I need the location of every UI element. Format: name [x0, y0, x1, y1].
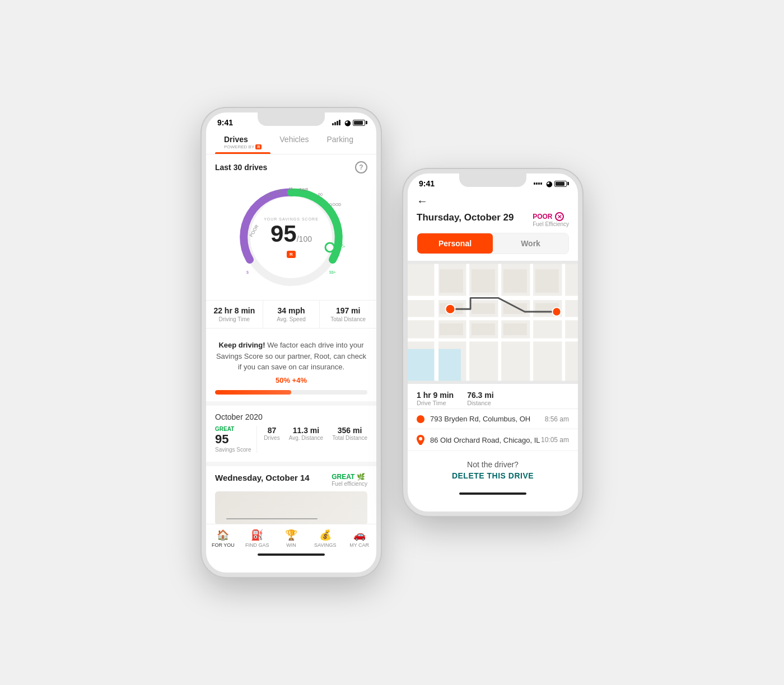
not-driver-text: Not the driver?	[417, 460, 569, 469]
efficiency-sub: Fuel Efficiency	[533, 221, 569, 227]
monthly-total-distance-label: Total Distance	[332, 435, 367, 441]
stat-avg-speed-label: Avg. Speed	[265, 316, 318, 322]
phone2-power-button[interactable]	[581, 229, 582, 261]
route-item-end: 86 Old Orchard Road, Chicago, IL 10:05 a…	[408, 429, 578, 451]
svg-rect-28	[503, 303, 527, 314]
svg-rect-27	[472, 303, 495, 314]
home-indicator	[258, 553, 325, 556]
status-time: 9:41	[217, 118, 233, 127]
tab-drives[interactable]: Drives POWERED BY R	[215, 129, 270, 154]
detail-drive-time-value: 1 hr 9 min	[417, 391, 454, 400]
tab-parking[interactable]: Parking	[318, 129, 362, 154]
progress-bar-fill	[215, 390, 291, 395]
progress-label: 50% +4%	[215, 375, 367, 386]
volume-up-button[interactable]	[202, 157, 203, 175]
svg-text:40: 40	[277, 189, 282, 193]
stat-driving-time-value: 22 hr 8 min	[208, 306, 260, 315]
stat-avg-speed: 34 mph Avg. Speed	[263, 301, 320, 328]
drive-efficiency: GREAT 🌿 Fuel efficiency	[332, 473, 367, 487]
detail-date: Thursday, October 29	[417, 212, 514, 223]
nav-win[interactable]: 🏆 WIN	[274, 529, 309, 548]
toggle-work[interactable]: Work	[493, 233, 568, 254]
route-start-icon	[417, 415, 424, 423]
monthly-drives: 87 Drives	[264, 426, 279, 453]
efficiency-badge-text: GREAT	[332, 473, 354, 481]
home-icon: 🏠	[217, 529, 229, 541]
keep-driving-bold: Keep driving!	[218, 341, 265, 349]
drive-map-preview	[215, 491, 367, 524]
gauge-score: 95	[270, 222, 297, 246]
drive-date: Wednesday, October 14	[215, 473, 310, 482]
nav-savings[interactable]: 💰 SAVINGS	[308, 529, 342, 548]
phone2-status-time: 9:41	[419, 179, 435, 188]
svg-point-1	[325, 243, 334, 252]
drive-detail-header: Thursday, October 29 POOR ✕ Fuel Efficie…	[408, 210, 578, 233]
stats-row: 22 hr 8 min Driving Time 34 mph Avg. Spe…	[206, 300, 376, 329]
svg-text:GOOD: GOOD	[329, 203, 341, 207]
phone-2: 9:41 ◕ ← Thursday, October 29	[403, 169, 582, 516]
route-end-pin-icon	[417, 435, 424, 445]
phone2-content: ← Thursday, October 29 POOR ✕ Fuel Effic…	[408, 190, 578, 489]
monthly-title: October 2020	[215, 412, 367, 421]
battery-icon	[353, 120, 365, 126]
svg-rect-30	[440, 323, 463, 335]
delete-drive-button[interactable]: DELETE THIS DRIVE	[417, 471, 569, 480]
monthly-score-badge: GREAT	[215, 426, 252, 432]
nav-my-car[interactable]: 🚗 MY CAR	[342, 529, 376, 548]
monthly-stats-row: 87 Drives 11.3 mi Avg. Distance 356 mi T…	[256, 426, 367, 453]
svg-text:45: 45	[288, 187, 293, 191]
progress-bar	[215, 390, 367, 395]
personal-work-toggle: Personal Work	[417, 233, 569, 254]
monthly-drives-label: Drives	[264, 435, 279, 441]
svg-text:60: 60	[318, 193, 323, 196]
phone2-home-indicator	[459, 492, 526, 495]
monthly-total-distance: 356 mi Total Distance	[332, 426, 367, 453]
svg-text:$: $	[246, 270, 249, 274]
nav-find-gas[interactable]: ⛽ FIND GAS	[240, 529, 274, 548]
bottom-nav: 🏠 FOR YOU ⛽ FIND GAS 🏆 WIN 💰 SAVINGS 🚗 M…	[206, 524, 376, 550]
back-button[interactable]: ←	[417, 195, 428, 208]
nav-for-you[interactable]: 🏠 FOR YOU	[206, 529, 240, 548]
trophy-icon: 🏆	[285, 529, 297, 541]
efficiency-label: Fuel efficiency	[332, 481, 367, 487]
stat-total-distance-value: 197 mi	[322, 306, 374, 315]
gauge-center: YOUR SAVINGS SCORE 95 /100 R	[264, 217, 319, 258]
poor-badge: POOR ✕	[533, 212, 569, 221]
detail-distance: 76.3 mi Distance	[467, 391, 493, 406]
phone2-volume-up-button[interactable]	[403, 218, 404, 236]
monthly-avg-distance-value: 11.3 mi	[289, 426, 324, 435]
svg-rect-31	[472, 323, 495, 335]
monthly-stats: GREAT 95 Savings Score 87 Drives 11.3 mi…	[215, 426, 367, 453]
monthly-avg-distance: 11.3 mi Avg. Distance	[289, 426, 324, 453]
phone2-status-icons: ◕	[534, 180, 567, 188]
stat-total-distance-label: Total Distance	[322, 316, 374, 322]
tab-vehicles[interactable]: Vehicles	[270, 129, 318, 154]
nav-my-car-label: MY CAR	[349, 542, 369, 548]
poor-badge-text: POOR	[533, 213, 552, 220]
car-icon: 🚗	[353, 529, 366, 541]
monthly-score: GREAT 95 Savings Score	[215, 426, 256, 453]
svg-rect-19	[498, 264, 502, 381]
phone2-signal-icon	[534, 182, 542, 185]
drive-card-header: Wednesday, October 14 GREAT 🌿 Fuel effic…	[215, 473, 367, 487]
svg-text:$$+: $$+	[329, 270, 336, 274]
route-item-start: 793 Bryden Rd, Columbus, OH 8:56 am	[408, 409, 578, 429]
svg-point-35	[419, 437, 422, 440]
stat-avg-speed-value: 34 mph	[265, 306, 318, 315]
status-icons: ◕	[332, 119, 365, 127]
phone2-volume-down-button[interactable]	[403, 243, 404, 261]
monthly-avg-distance-label: Avg. Distance	[289, 435, 324, 441]
volume-down-button[interactable]	[202, 182, 203, 200]
svg-rect-15	[408, 317, 578, 321]
leaf-icon: 🌿	[357, 473, 365, 481]
info-button[interactable]: ?	[355, 161, 367, 173]
drive-detail-stats: 1 hr 9 min Drive Time 76.3 mi Distance	[408, 384, 578, 409]
power-button[interactable]	[380, 168, 381, 200]
notch	[258, 112, 325, 126]
keep-driving-section: Keep driving! We factor each drive into …	[206, 333, 376, 406]
drive-card[interactable]: Wednesday, October 14 GREAT 🌿 Fuel effic…	[206, 462, 376, 524]
phone2-notch	[459, 173, 526, 187]
toggle-personal[interactable]: Personal	[417, 233, 493, 254]
route-start-time: 8:56 am	[545, 415, 569, 423]
monthly-section: October 2020 GREAT 95 Savings Score 87 D…	[206, 406, 376, 457]
